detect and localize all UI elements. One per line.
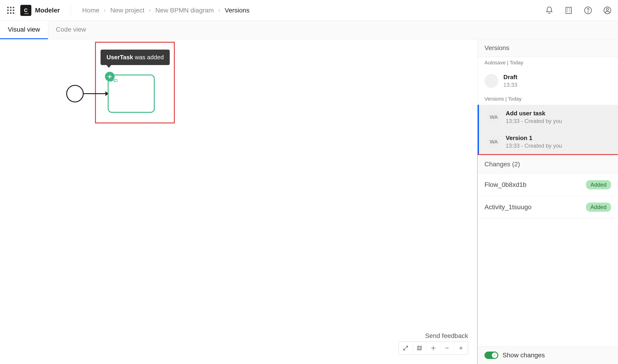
app-launcher-icon[interactable]: [6, 6, 15, 14]
view-tabs: Visual view Code view: [0, 21, 618, 39]
fit-viewport-button[interactable]: [399, 342, 412, 354]
notifications-icon[interactable]: [545, 6, 554, 14]
tab-code-view[interactable]: Code view: [48, 21, 94, 39]
selected-versions-group: WA Add user task 13:33 - Created by you …: [477, 105, 618, 154]
zoom-in-button[interactable]: +: [454, 342, 468, 354]
chevron-right-icon: ›: [218, 7, 220, 13]
change-name: Flow_0b8xd1b: [485, 181, 527, 188]
svg-point-4: [606, 8, 608, 10]
check-icon: ✓: [492, 352, 497, 358]
version-item[interactable]: WA Version 1 13:33 - Created by you: [479, 130, 618, 154]
version-meta: 13:33 - Created by you: [506, 118, 562, 124]
tooltip-element-name: UserTask: [106, 54, 133, 61]
reset-view-button[interactable]: [426, 342, 440, 354]
show-changes-label: Show changes: [502, 351, 545, 359]
zoom-toolbar: − +: [399, 341, 468, 355]
svg-rect-0: [566, 7, 571, 13]
breadcrumb-home[interactable]: Home: [82, 7, 99, 14]
show-changes-row: ✓ Show changes: [477, 346, 618, 364]
svg-point-7: [432, 347, 434, 349]
account-icon[interactable]: [603, 6, 612, 14]
content-area: UserTask was added + Send feedback −: [0, 39, 618, 364]
breadcrumb-diagram[interactable]: New BPMN diagram: [155, 7, 214, 14]
change-name: Activity_1tsuugo: [485, 203, 531, 211]
svg-point-2: [588, 12, 588, 12]
breadcrumbs: Home › New project › New BPMN diagram › …: [82, 7, 249, 14]
change-tooltip: UserTask was added: [101, 50, 170, 65]
chevron-right-icon: ›: [149, 7, 151, 13]
send-feedback-link[interactable]: Send feedback: [425, 332, 468, 339]
versions-section-header: Versions | Today: [477, 93, 618, 105]
bpmn-sequence-flow[interactable]: [84, 93, 108, 94]
change-row[interactable]: Activity_1tsuugo Added: [477, 196, 618, 219]
version-meta: 13:33 - Created by you: [506, 143, 562, 149]
bpmn-canvas[interactable]: UserTask was added + Send feedback −: [0, 39, 477, 364]
version-item[interactable]: WA Add user task 13:33 - Created by you: [479, 105, 618, 130]
status-badge-added: Added: [586, 203, 611, 212]
autosave-section-header: Autosave | Today: [477, 57, 618, 68]
tooltip-suffix: was added: [133, 54, 164, 61]
changes-section: Changes (2) Flow_0b8xd1b Added Activity_…: [477, 154, 618, 364]
header-actions: [545, 6, 612, 14]
avatar: [485, 74, 498, 88]
app-title: Modeler: [35, 7, 60, 14]
tab-visual-view[interactable]: Visual view: [0, 21, 48, 39]
changes-header: Changes (2): [477, 155, 618, 174]
versions-panel-title: Versions: [477, 39, 618, 57]
svg-point-5: [112, 78, 114, 80]
bpmn-user-task[interactable]: +: [108, 75, 155, 113]
app-logo: C: [20, 5, 31, 16]
version-time: 13:33: [503, 82, 517, 88]
versions-panel: Versions Autosave | Today Draft 13:33 Ve…: [477, 39, 618, 364]
bpmn-start-event[interactable]: [66, 85, 84, 103]
status-badge-added: Added: [586, 180, 611, 189]
avatar: WA: [487, 135, 501, 149]
version-title: Add user task: [506, 110, 562, 117]
user-task-icon: [110, 77, 117, 83]
avatar: WA: [487, 110, 501, 124]
version-title: Version 1: [506, 134, 562, 142]
organization-icon[interactable]: [565, 6, 573, 14]
version-title: Draft: [503, 74, 517, 81]
chevron-right-icon: ›: [104, 7, 106, 13]
svg-rect-6: [114, 79, 117, 82]
zoom-out-button[interactable]: −: [440, 342, 454, 354]
show-changes-toggle[interactable]: ✓: [485, 351, 498, 359]
header: C Modeler Home › New project › New BPMN …: [0, 0, 618, 21]
help-icon[interactable]: [584, 6, 592, 14]
version-draft[interactable]: Draft 13:33: [477, 68, 618, 93]
minimap-button[interactable]: [412, 342, 426, 354]
breadcrumb-project[interactable]: New project: [110, 7, 144, 14]
app-root: C Modeler Home › New project › New BPMN …: [0, 0, 618, 364]
breadcrumb-versions[interactable]: Versions: [225, 7, 249, 14]
change-row[interactable]: Flow_0b8xd1b Added: [477, 174, 618, 196]
divider: [71, 5, 71, 16]
